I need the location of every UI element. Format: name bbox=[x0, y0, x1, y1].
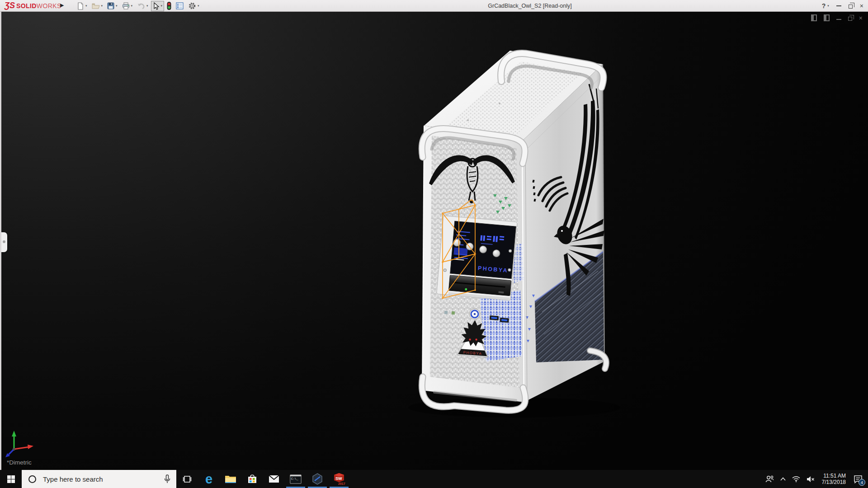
properties-list-icon bbox=[176, 2, 184, 9]
clock[interactable]: 11:51 AM 7/13/2018 bbox=[818, 470, 850, 488]
volume-button[interactable] bbox=[803, 470, 818, 488]
display-states-button[interactable] bbox=[165, 0, 173, 11]
cortana-icon bbox=[28, 475, 36, 483]
microsoft-store-icon bbox=[247, 474, 257, 484]
model-canvas[interactable]: PHOBYA bbox=[1, 12, 868, 470]
search-placeholder: Type here to search bbox=[43, 475, 164, 483]
action-center-button[interactable]: 4 bbox=[850, 470, 868, 488]
cmd-glyph: C:\_ bbox=[291, 478, 298, 481]
task-view-button[interactable] bbox=[176, 470, 198, 488]
window-title: GrCadBlack_Owl_S2 [Read-only] bbox=[488, 3, 572, 9]
print-button[interactable]: ▾ bbox=[120, 1, 135, 11]
save-button[interactable]: ▾ bbox=[105, 1, 119, 11]
notification-badge: 4 bbox=[859, 479, 865, 486]
mail-icon bbox=[269, 475, 279, 483]
microphone-icon[interactable] bbox=[164, 474, 170, 483]
system-tray: 11:51 AM 7/13/2018 4 bbox=[762, 470, 868, 488]
taskbar-file-explorer[interactable] bbox=[220, 470, 241, 488]
window-controls: ? ▾ × bbox=[822, 0, 863, 12]
undo-icon bbox=[137, 3, 145, 9]
solidworks-logo-icon: ƷS bbox=[5, 1, 15, 10]
help-dropdown[interactable]: ▾ bbox=[827, 4, 829, 8]
x-axis-arrow bbox=[28, 445, 33, 449]
taskbar: Type here to search e bbox=[0, 470, 868, 488]
search-input[interactable]: Type here to search bbox=[22, 470, 176, 488]
new-document-button[interactable]: ▾ bbox=[75, 1, 89, 11]
command-prompt-icon: C:\_ bbox=[290, 474, 302, 484]
open-button[interactable]: ▾ bbox=[90, 1, 105, 11]
print-icon bbox=[122, 2, 130, 9]
close-button[interactable]: × bbox=[860, 3, 863, 9]
titlebar: ƷS SOLID WORKS ▶ ▾ ▾ bbox=[0, 0, 868, 12]
properties-button[interactable] bbox=[174, 1, 185, 11]
doc-restore-button[interactable] bbox=[848, 17, 852, 21]
traffic-light-icon bbox=[167, 2, 171, 10]
clock-time: 11:51 AM bbox=[822, 473, 846, 479]
people-icon bbox=[765, 475, 774, 483]
reference-triad bbox=[5, 428, 37, 460]
open-folder-icon bbox=[92, 3, 100, 9]
taskbar-3d-viewer[interactable] bbox=[307, 470, 328, 488]
hidden-icons-button[interactable] bbox=[777, 470, 789, 488]
volume-muted-icon bbox=[807, 476, 815, 483]
solidworks-logo: ƷS SOLID WORKS bbox=[5, 1, 61, 10]
start-button[interactable] bbox=[0, 470, 22, 488]
clock-date: 7/13/2018 bbox=[822, 479, 846, 485]
edge-icon: e bbox=[205, 473, 212, 486]
document-window-controls: × bbox=[811, 14, 863, 21]
options-button[interactable]: ▾ bbox=[186, 0, 201, 11]
taskbar-solidworks[interactable]: SW 2017 bbox=[328, 470, 350, 488]
taskbar-edge[interactable]: e bbox=[198, 470, 220, 488]
people-button[interactable] bbox=[762, 470, 777, 488]
collapsed-panel-tab[interactable] bbox=[1, 232, 7, 252]
taskbar-mail[interactable] bbox=[263, 470, 285, 488]
taskbar-store[interactable] bbox=[241, 470, 263, 488]
taskbar-command-prompt[interactable]: C:\_ bbox=[285, 470, 307, 488]
quick-access-toolbar: ▾ ▾ ▾ bbox=[75, 0, 202, 12]
select-cursor-icon bbox=[153, 2, 160, 10]
view-orientation-label: *Dimetric bbox=[7, 459, 32, 466]
doc-close-button[interactable]: × bbox=[859, 15, 863, 21]
sw-label: SW bbox=[335, 476, 342, 481]
chevron-up-icon bbox=[780, 477, 786, 481]
display-pane-icon[interactable] bbox=[824, 14, 830, 21]
minimize-button[interactable] bbox=[836, 5, 841, 6]
menu-flyout-arrow[interactable]: ▶ bbox=[60, 2, 64, 8]
y-axis-arrow bbox=[12, 431, 16, 436]
feature-pane-icon[interactable] bbox=[811, 14, 817, 21]
new-document-icon bbox=[77, 2, 84, 10]
doc-minimize-button[interactable] bbox=[836, 19, 841, 20]
task-view-icon bbox=[183, 475, 192, 483]
taskbar-apps: e bbox=[176, 470, 350, 488]
gear-icon bbox=[188, 2, 196, 10]
solidworks-icon: SW 2017 bbox=[332, 472, 346, 486]
save-floppy-icon bbox=[107, 2, 114, 9]
sw-year: 2017 bbox=[338, 482, 345, 485]
desktop: ƷS SOLID WORKS ▶ ▾ ▾ bbox=[0, 0, 868, 488]
windows-logo-icon bbox=[7, 475, 15, 483]
wifi-icon bbox=[792, 476, 800, 482]
network-button[interactable] bbox=[789, 470, 803, 488]
restore-button[interactable] bbox=[849, 5, 853, 9]
select-button[interactable]: ▾ bbox=[151, 1, 165, 11]
fan-controller: PHOBYA bbox=[437, 216, 518, 300]
file-explorer-icon bbox=[225, 474, 236, 484]
help-button[interactable]: ? bbox=[822, 2, 826, 9]
viewer-3d-icon bbox=[312, 473, 323, 485]
pc-case-model[interactable]: PHOBYA bbox=[408, 51, 621, 418]
graphics-viewport[interactable]: × bbox=[0, 12, 868, 470]
undo-button[interactable]: ▾ bbox=[135, 1, 150, 11]
